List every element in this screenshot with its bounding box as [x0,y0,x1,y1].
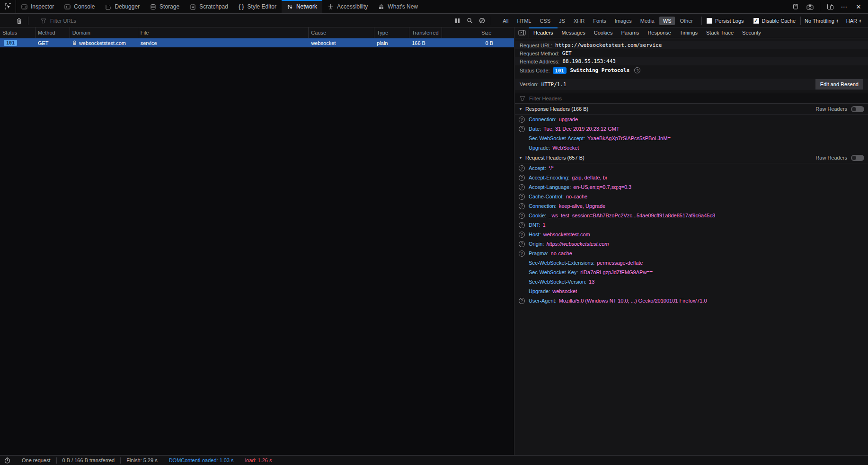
column-file[interactable]: File [138,27,309,38]
tab-debugger[interactable]: Debugger [100,0,145,13]
details-tab[interactable]: Params [617,27,643,38]
details-tab[interactable]: Security [738,27,765,38]
column-domain[interactable]: Domain [70,27,138,38]
har-menu[interactable]: HAR ▲▼ [846,18,861,24]
response-headers-title: Response Headers (166 B) [525,106,588,112]
column-transferred[interactable]: Transferred [409,27,442,38]
header-name: Sec-WebSocket-Extensions [529,260,594,266]
disable-cache-label: Disable Cache [762,18,796,24]
tab-console[interactable]: Console [59,0,100,13]
settings-notes-icon[interactable] [790,1,801,12]
filter-pill[interactable]: Images [611,17,636,25]
help-icon[interactable]: ? [519,184,525,190]
tab-label: Console [74,3,95,10]
request-summary: Request URL: https://websocketstest.com/… [515,38,868,91]
finish-time: Finish: 5.29 s [121,456,163,465]
filter-pill[interactable]: XHR [570,17,588,25]
help-icon[interactable]: ? [519,213,525,219]
filter-pill[interactable]: All [499,17,512,25]
filter-pill-label: CSS [540,18,550,24]
tab-storage[interactable]: Storage [145,0,185,13]
network-status-bar: One request 0 B / 166 B transferred Fini… [0,455,868,465]
close-devtools-icon[interactable]: ✕ [853,1,864,12]
column-cause[interactable]: Cause [309,27,374,38]
toolbox-right-controls: ⋯ ✕ [790,0,868,13]
tab-network[interactable]: Network [282,0,322,13]
column-method[interactable]: Method [35,27,70,38]
request-row-selected[interactable]: 101 GET websocketstest.com service webso… [0,38,514,47]
filter-headers-input[interactable]: Filter Headers [515,93,868,104]
request-list-pane: Status Method Domain File Cause Type Tra… [0,27,514,455]
status-code-badge: 101 [553,67,567,74]
response-headers-section[interactable]: ▼ Response Headers (166 B) Raw Headers [515,104,868,115]
filter-pill[interactable]: HTML [514,17,535,25]
raw-headers-control: Raw Headers [815,155,864,161]
raw-headers-toggle[interactable] [851,155,864,161]
header-value: WebSocket [552,145,579,151]
filter-pill[interactable]: Fonts [589,17,610,25]
clear-requests-button[interactable] [16,18,22,24]
meatball-menu-icon[interactable]: ⋯ [839,1,850,12]
search-button[interactable] [463,16,476,26]
raw-headers-toggle[interactable] [851,106,864,112]
summary-remote-address: Remote Address: 88.198.55.153:443 [515,57,868,65]
filter-pill[interactable]: Other [676,17,697,25]
picker-icon [5,3,11,10]
filter-pill[interactable]: Media [637,17,658,25]
filter-pill[interactable]: JS [555,17,569,25]
responsive-design-icon[interactable] [824,1,836,12]
block-request-button[interactable] [476,16,488,26]
header-name: Accept [529,165,546,171]
request-headers-section[interactable]: ▼ Request Headers (657 B) Raw Headers [515,152,868,163]
help-icon[interactable]: ? [519,203,525,209]
header-value: */* [549,165,554,171]
request-table-header: Status Method Domain File Cause Type Tra… [0,27,514,38]
header-value: keep-alive, Upgrade [559,203,605,209]
tab-accessibility[interactable]: Accessibility [322,0,373,13]
help-icon[interactable]: ? [519,175,525,181]
column-status[interactable]: Status [0,27,35,38]
details-tab[interactable]: Timings [675,27,702,38]
summary-status-code: Status Code: 101 Switching Protocols ? [515,65,868,75]
throttling-select[interactable]: No Throttling ▲▼ [805,18,839,24]
header-row: ? Connection upgrade [515,115,868,124]
header-name: Cookie [529,213,546,218]
tab-scratchpad[interactable]: Scratchpad [185,0,233,13]
split-pane-toggle-icon[interactable] [515,27,529,38]
help-icon[interactable]: ? [519,222,525,228]
help-icon[interactable]: ? [519,165,525,171]
persist-logs-checkbox[interactable]: Persist Logs [707,18,744,24]
header-row: ? Host websocketstest.com [515,230,868,239]
header-row: ? Connection keep-alive, Upgrade [515,201,868,211]
filter-pill[interactable]: CSS [536,17,554,25]
details-tab[interactable]: Cookies [590,27,617,38]
column-size[interactable]: Size [442,27,514,38]
details-tab[interactable]: Response [643,27,675,38]
element-picker-button[interactable] [0,0,16,13]
screenshot-camera-icon[interactable] [804,1,815,12]
help-icon[interactable]: ? [519,298,525,304]
help-icon[interactable]: ? [519,232,525,238]
filter-urls-input[interactable]: Filter URLs [41,18,76,24]
details-tab[interactable]: Headers [529,27,558,38]
performance-analysis-button[interactable] [0,456,16,465]
filter-pill[interactable]: WS [659,17,675,25]
tab-style-editor[interactable]: { } Style Editor [233,0,282,13]
help-icon[interactable]: ? [519,126,525,132]
help-icon[interactable]: ? [519,116,525,123]
edit-and-resend-button[interactable]: Edit and Resend [815,79,863,89]
details-tab[interactable]: Stack Trace [702,27,738,38]
tab-inspector[interactable]: Inspector [16,0,59,13]
pause-recording-button[interactable] [451,16,463,26]
tab-whats-new[interactable]: What's New [373,0,423,13]
help-icon[interactable]: ? [519,250,525,257]
help-icon[interactable]: ? [634,67,640,73]
help-icon[interactable]: ? [519,194,525,200]
disable-cache-checkbox[interactable]: ✓ Disable Cache [753,18,796,24]
column-type[interactable]: Type [374,27,409,38]
cell-type: plain [374,40,409,46]
cell-domain: websocketstest.com [70,40,138,46]
details-tab[interactable]: Messages [558,27,590,38]
help-icon[interactable]: ? [519,241,525,247]
header-name: DNT [529,222,540,228]
